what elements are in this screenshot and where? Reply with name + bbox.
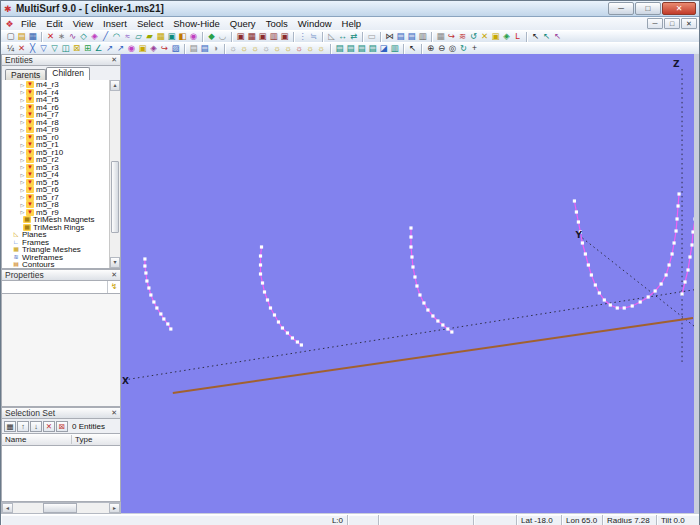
control-point[interactable]	[260, 245, 263, 248]
selection-hscrollbar[interactable]: ◂ ▸	[1, 502, 121, 514]
view-window-2-icon[interactable]: ▦	[246, 31, 257, 42]
diamond-icon[interactable]: ◈	[148, 43, 159, 54]
control-point[interactable]	[573, 199, 576, 202]
control-point[interactable]	[291, 336, 294, 339]
control-point[interactable]	[415, 284, 418, 287]
control-point[interactable]	[587, 263, 590, 266]
scroll-right-icon[interactable]: ▸	[109, 503, 120, 513]
expand-arrow-icon[interactable]: ▷	[19, 112, 26, 118]
copy-up-icon[interactable]: ▤	[395, 31, 406, 42]
solid-icon[interactable]: ▣	[166, 31, 177, 42]
contrast-icon[interactable]: ◑	[210, 43, 221, 54]
expand-arrow-icon[interactable]: ▷	[19, 97, 26, 103]
columns-button[interactable]: ▦	[4, 421, 16, 432]
control-point[interactable]	[631, 304, 634, 307]
control-point[interactable]	[575, 210, 578, 213]
control-point[interactable]	[409, 226, 412, 229]
clear-button[interactable]: ⊠	[56, 421, 68, 432]
selection-list[interactable]	[1, 446, 121, 502]
new-file-icon[interactable]: ▢	[5, 31, 16, 42]
control-point[interactable]	[286, 331, 289, 334]
scroll-down-icon[interactable]: ▾	[110, 257, 120, 268]
section-curve[interactable]	[145, 259, 171, 329]
control-point[interactable]	[273, 313, 276, 316]
control-point[interactable]	[647, 295, 650, 298]
menu-item[interactable]: Query	[225, 18, 261, 29]
control-point[interactable]	[670, 252, 673, 255]
triangle-ruler-icon[interactable]: ◺	[326, 31, 337, 42]
control-point[interactable]	[690, 243, 693, 246]
menu-item[interactable]: Help	[337, 18, 367, 29]
mark-x-icon[interactable]: ✕	[479, 31, 490, 42]
control-point[interactable]	[676, 204, 679, 207]
control-point[interactable]	[446, 327, 449, 330]
control-point[interactable]	[675, 217, 678, 220]
control-point[interactable]	[665, 273, 668, 276]
expand-arrow-icon[interactable]: ▷	[19, 82, 26, 88]
mdi-restore-button[interactable]: □	[664, 18, 680, 29]
view-window-1-icon[interactable]: ▣	[235, 31, 246, 42]
expand-arrow-icon[interactable]: ▷	[19, 172, 26, 178]
zoom-out-icon[interactable]: ⊖	[436, 43, 447, 54]
control-point[interactable]	[426, 308, 429, 311]
zoom-in-icon[interactable]: ⊕	[425, 43, 436, 54]
maximize-button[interactable]: □	[635, 2, 661, 15]
rotate-icon[interactable]: ↺	[468, 31, 479, 42]
control-point[interactable]	[660, 282, 663, 285]
view-window-3-icon[interactable]: ▣	[257, 31, 268, 42]
control-point[interactable]	[269, 306, 272, 309]
show-all-lamp-icon[interactable]: ☼	[239, 43, 250, 54]
remove-button[interactable]: ✕	[43, 421, 55, 432]
column-header-name[interactable]: Name	[2, 435, 72, 444]
control-point[interactable]	[441, 323, 444, 326]
hook-icon[interactable]: ↪	[446, 31, 457, 42]
hscroll-track[interactable]	[13, 503, 109, 513]
control-point[interactable]	[577, 220, 580, 223]
mark-yellow-icon[interactable]: ⊠	[71, 43, 82, 54]
revolve-icon[interactable]: ◉	[188, 31, 199, 42]
view-window-4-icon[interactable]: ▥	[268, 31, 279, 42]
tree-item[interactable]: ▦ TriMesh Rings	[3, 224, 109, 232]
show-children-lamp-icon[interactable]: ☼	[305, 43, 316, 54]
doc-visible-1-icon[interactable]: ▤	[334, 43, 345, 54]
vector-2-icon[interactable]: ↗	[115, 43, 126, 54]
control-point[interactable]	[688, 255, 691, 258]
mdi-minimize-button[interactable]: ─	[647, 18, 663, 29]
expand-arrow-icon[interactable]: ▷	[19, 209, 26, 215]
swap-icon[interactable]: ⇄	[348, 31, 359, 42]
vector-1-icon[interactable]: ↗	[104, 43, 115, 54]
menu-item[interactable]: File	[16, 18, 41, 29]
control-point[interactable]	[436, 319, 439, 322]
copy-down-icon[interactable]: ▤	[406, 31, 417, 42]
control-point[interactable]	[143, 264, 146, 267]
add-grid-icon[interactable]: ⊞	[82, 43, 93, 54]
expand-arrow-icon[interactable]: ▷	[19, 127, 26, 133]
delete-icon[interactable]: ✕	[45, 31, 56, 42]
control-point[interactable]	[616, 306, 619, 309]
control-point[interactable]	[300, 343, 303, 346]
menu-item[interactable]: Show-Hide	[168, 18, 224, 29]
ring-icon[interactable]: ◇	[78, 31, 89, 42]
hatch-icon[interactable]: ▨	[170, 43, 181, 54]
redline-icon[interactable]: ≋	[457, 31, 468, 42]
control-point[interactable]	[152, 300, 155, 303]
control-point[interactable]	[609, 303, 612, 306]
project-point-icon[interactable]: ▽	[38, 43, 49, 54]
column-header-type[interactable]: Type	[72, 435, 120, 444]
angle-icon[interactable]: ∠	[93, 43, 104, 54]
control-point[interactable]	[149, 293, 152, 296]
template-icon[interactable]: ▭	[366, 31, 377, 42]
hide-children-lamp-icon[interactable]: ☼	[316, 43, 327, 54]
expand-arrow-icon[interactable]: ▷	[19, 149, 26, 155]
control-point[interactable]	[584, 252, 587, 255]
entities-close-icon[interactable]: ✕	[111, 56, 117, 64]
rotate-view-icon[interactable]: ↻	[458, 43, 469, 54]
redirect-icon[interactable]: ↪	[159, 43, 170, 54]
section-curve[interactable]	[261, 247, 302, 345]
control-point[interactable]	[672, 241, 675, 244]
move-down-button[interactable]: ↓	[30, 421, 42, 432]
point-icon[interactable]: ∗	[56, 31, 67, 42]
control-point[interactable]	[590, 273, 593, 276]
control-point[interactable]	[166, 322, 169, 325]
control-point[interactable]	[409, 245, 412, 248]
